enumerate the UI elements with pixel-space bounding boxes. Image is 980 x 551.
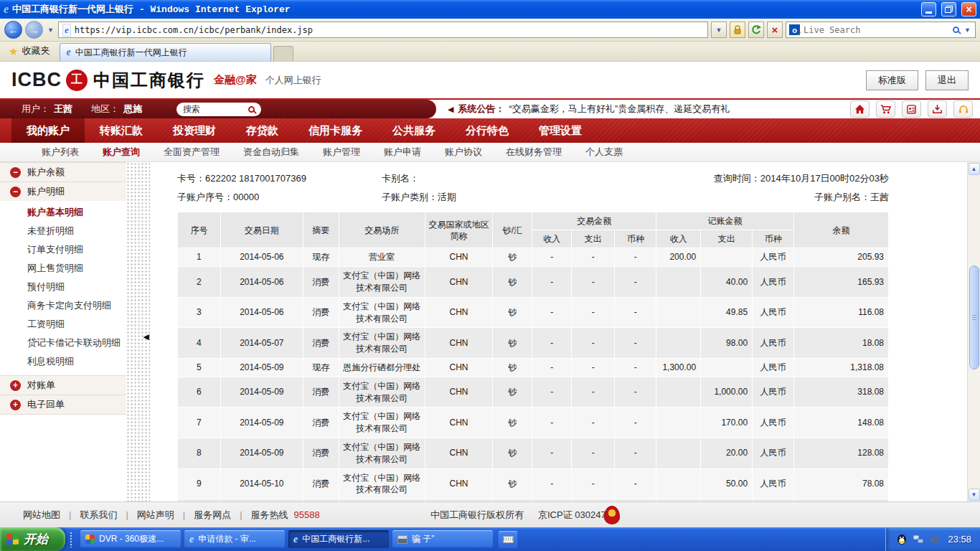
task-label: 骗 子” bbox=[412, 533, 434, 545]
sidebar-subitem[interactable]: 利息税明细 bbox=[0, 352, 126, 371]
scroll-up-icon[interactable]: ▲ bbox=[969, 163, 980, 175]
inbox-button[interactable] bbox=[928, 100, 947, 118]
sub-nav-item[interactable]: 账户查询 bbox=[103, 146, 140, 159]
table-cell: 200.00 bbox=[656, 248, 701, 267]
sub-nav-item[interactable]: 全面资产管理 bbox=[164, 146, 220, 159]
back-button[interactable]: ← bbox=[4, 21, 22, 39]
expand-icon[interactable]: + bbox=[10, 380, 21, 391]
history-dropdown-icon[interactable]: ▼ bbox=[46, 27, 55, 34]
main-nav-item[interactable]: 信用卡服务 bbox=[293, 118, 377, 143]
sidebar-subitem[interactable]: 预付明细 bbox=[0, 278, 126, 296]
table-cell: 78.08 bbox=[794, 468, 889, 499]
table-cell: 支付宝（中国）网络技术有限公司 bbox=[339, 408, 425, 438]
volume-tray-icon[interactable] bbox=[929, 534, 940, 545]
inbox-icon bbox=[932, 104, 943, 115]
scroll-down-icon[interactable]: ▼ bbox=[969, 489, 980, 501]
minimize-button[interactable] bbox=[921, 2, 936, 17]
col-group-booked-amount: 记账金额 bbox=[656, 212, 794, 230]
footer-link[interactable]: 网站地图 bbox=[23, 509, 60, 522]
cart-button[interactable] bbox=[876, 100, 895, 118]
collapse-icon[interactable]: − bbox=[10, 187, 21, 197]
sidebar-collapse-icon[interactable]: ◀ bbox=[143, 333, 149, 341]
search-options-icon[interactable]: ▼ bbox=[963, 27, 972, 34]
scroll-track[interactable] bbox=[969, 176, 980, 488]
main-nav-item[interactable]: 管理设置 bbox=[524, 118, 597, 143]
footer-link[interactable]: 联系我们 bbox=[80, 509, 117, 522]
table-cell bbox=[656, 328, 701, 359]
footer-link[interactable]: 服务网点 bbox=[194, 509, 231, 522]
customer-service-button[interactable] bbox=[953, 100, 973, 118]
qq-tray-icon[interactable] bbox=[896, 534, 908, 545]
sidebar-subitem[interactable]: 商务卡定向支付明细 bbox=[0, 296, 126, 315]
sidebar-subitem[interactable]: 工资明细 bbox=[0, 315, 126, 334]
sub-nav-item[interactable]: 账户列表 bbox=[42, 146, 79, 159]
sub-nav-item[interactable]: 个人支票 bbox=[585, 146, 623, 159]
browser-tab[interactable]: e 中国工商银行新一代网上银行 bbox=[60, 43, 271, 61]
close-button[interactable]: × bbox=[961, 2, 976, 17]
restore-button[interactable] bbox=[941, 2, 956, 17]
logout-button[interactable]: 退出 bbox=[925, 70, 969, 90]
sidebar-item[interactable]: −账户明细 bbox=[0, 182, 126, 201]
search-magnifier-icon[interactable] bbox=[953, 27, 959, 33]
sidebar-item[interactable]: −账户余额 bbox=[0, 162, 126, 182]
sidebar-item[interactable]: +对账单 bbox=[0, 375, 126, 395]
scroll-thumb[interactable] bbox=[969, 265, 979, 369]
sidebar-item-label: 账户余额 bbox=[27, 166, 65, 179]
site-search-magnifier-icon[interactable] bbox=[248, 106, 255, 113]
live-search-input[interactable] bbox=[804, 25, 949, 35]
main-nav-item[interactable]: 转账汇款 bbox=[85, 118, 158, 143]
url-dropdown-button[interactable]: ▼ bbox=[711, 22, 727, 38]
url-input[interactable] bbox=[75, 25, 704, 35]
subaccount-type-label: 子账户类别： bbox=[382, 192, 438, 202]
keyboard-layout-button[interactable] bbox=[499, 531, 517, 548]
sub-nav-item[interactable]: 资金自动归集 bbox=[243, 146, 299, 159]
sidebar-subitem[interactable]: 未登折明细 bbox=[0, 222, 126, 240]
table-cell: - bbox=[532, 438, 572, 468]
screen: e 中国工商银行新一代网上银行 - Windows Internet Explo… bbox=[0, 0, 980, 551]
network-tray-icon[interactable] bbox=[913, 534, 924, 545]
favorites-button[interactable]: ★ 收藏夹 bbox=[6, 44, 60, 61]
sub-nav-item[interactable]: 账户申请 bbox=[384, 146, 421, 159]
security-lock-button[interactable] bbox=[730, 22, 745, 38]
main-nav-item[interactable]: 我的账户 bbox=[11, 118, 85, 143]
sub-nav-item[interactable]: 账户管理 bbox=[323, 146, 360, 159]
quicklaunch-grip[interactable] bbox=[70, 532, 72, 547]
table-cell: 钞 bbox=[493, 468, 532, 499]
page-scrollbar[interactable]: ▲ ▼ bbox=[967, 162, 980, 501]
site-search-box[interactable]: 搜索 bbox=[176, 103, 261, 116]
contacts-button[interactable] bbox=[902, 100, 921, 118]
sidebar-item[interactable]: +电子回单 bbox=[0, 395, 126, 414]
collapse-icon[interactable]: − bbox=[10, 167, 21, 178]
sidebar-subitem[interactable]: 贷记卡借记卡联动明细 bbox=[0, 334, 126, 352]
task-button[interactable]: 骗 子” bbox=[392, 530, 493, 548]
main-nav-item[interactable]: 公共服务 bbox=[377, 118, 451, 143]
announcement-label: 系统公告： bbox=[458, 103, 504, 116]
start-button[interactable]: 开始 bbox=[0, 527, 65, 551]
table-cell: 钞 bbox=[493, 328, 532, 359]
sub-nav-item[interactable]: 在线财务管理 bbox=[506, 146, 562, 159]
task-button[interactable]: e申请借款 - 审... bbox=[184, 530, 285, 548]
footer-link[interactable]: 网站声明 bbox=[137, 509, 174, 522]
task-button[interactable]: e中国工商银行新... bbox=[288, 530, 389, 548]
table-cell: - bbox=[572, 377, 615, 408]
table-cell: - bbox=[615, 408, 656, 438]
main-nav-item[interactable]: 存贷款 bbox=[231, 118, 293, 143]
home-button[interactable] bbox=[850, 100, 870, 118]
table-cell: - bbox=[572, 408, 615, 438]
expand-icon[interactable]: + bbox=[10, 400, 21, 410]
standard-version-button[interactable]: 标准版 bbox=[866, 70, 918, 90]
forward-button[interactable]: → bbox=[25, 21, 43, 39]
main-nav-item[interactable]: 分行特色 bbox=[451, 118, 524, 143]
sidebar-subitem[interactable]: 账户基本明细 bbox=[0, 203, 126, 222]
table-cell bbox=[656, 297, 701, 328]
new-tab-button[interactable] bbox=[273, 46, 293, 61]
table-cell: 165.93 bbox=[794, 267, 889, 298]
sub-nav-item[interactable]: 账户协议 bbox=[445, 146, 482, 159]
stop-button[interactable]: × bbox=[767, 22, 783, 38]
main-nav-item[interactable]: 投资理财 bbox=[158, 118, 231, 143]
footer-separator: | bbox=[69, 509, 71, 520]
refresh-button[interactable] bbox=[748, 22, 764, 38]
sidebar-subitem[interactable]: 网上售货明细 bbox=[0, 259, 126, 278]
sidebar-subitem[interactable]: 订单支付明细 bbox=[0, 240, 126, 259]
task-button[interactable]: DVR - 360极速... bbox=[80, 530, 181, 548]
